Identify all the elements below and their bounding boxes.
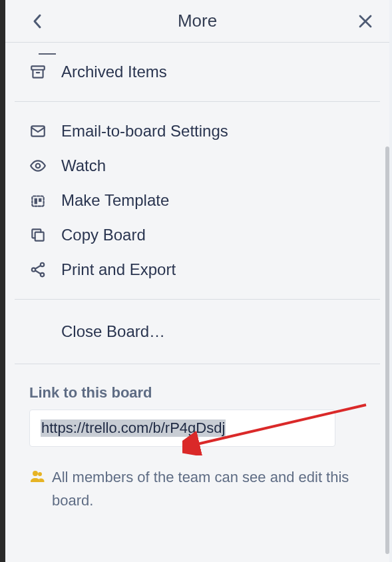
svg-line-14 — [35, 270, 41, 274]
chevron-left-icon — [32, 13, 43, 29]
menu-label: Print and Export — [61, 260, 176, 279]
menu-print-export[interactable]: Print and Export — [15, 252, 380, 287]
team-icon — [29, 468, 45, 484]
link-section: Link to this board https://trello.com/b/… — [15, 364, 380, 512]
panel-body: Archived Items Email-to-board Settings W… — [5, 43, 389, 562]
eye-icon — [29, 157, 47, 174]
board-link-value: https://trello.com/b/rP4gDsdj — [41, 420, 226, 437]
svg-point-5 — [36, 164, 41, 168]
svg-line-13 — [35, 266, 41, 269]
svg-rect-2 — [31, 66, 45, 69]
svg-rect-6 — [32, 196, 43, 206]
panel-header: More — [5, 0, 389, 43]
svg-rect-9 — [35, 232, 44, 241]
link-label: Link to this board — [29, 384, 365, 402]
panel-title: More — [178, 11, 217, 31]
menu-label: Email-to-board Settings — [61, 122, 228, 140]
mail-icon — [29, 123, 47, 140]
board-link-input[interactable]: https://trello.com/b/rP4gDsdj — [29, 410, 335, 447]
menu-label: Watch — [61, 156, 106, 175]
menu-watch[interactable]: Watch — [15, 148, 380, 183]
close-icon — [358, 14, 373, 29]
menu-close-board[interactable]: Close Board… — [15, 314, 380, 349]
menu-label: Close Board… — [29, 322, 165, 341]
permission-text: All members of the team can see and edit… — [52, 465, 365, 512]
menu-copy-board[interactable]: Copy Board — [15, 218, 380, 252]
svg-rect-8 — [39, 198, 41, 202]
permission-row: All members of the team can see and edit… — [29, 465, 365, 512]
menu-archived-items[interactable]: Archived Items — [15, 55, 380, 89]
menu-label: Archived Items — [61, 63, 167, 81]
scrollbar-thumb[interactable] — [385, 146, 389, 554]
menu-label: Make Template — [61, 191, 169, 210]
truncated-item-top — [39, 47, 56, 55]
back-button[interactable] — [28, 12, 47, 31]
close-button[interactable] — [356, 12, 375, 31]
share-icon — [29, 261, 47, 278]
archive-icon — [29, 63, 47, 81]
menu-email-settings[interactable]: Email-to-board Settings — [15, 114, 380, 148]
menu-make-template[interactable]: Make Template — [15, 183, 380, 218]
menu-label: Copy Board — [61, 226, 146, 244]
template-icon — [29, 192, 47, 209]
svg-rect-7 — [35, 198, 37, 204]
copy-icon — [29, 226, 47, 244]
